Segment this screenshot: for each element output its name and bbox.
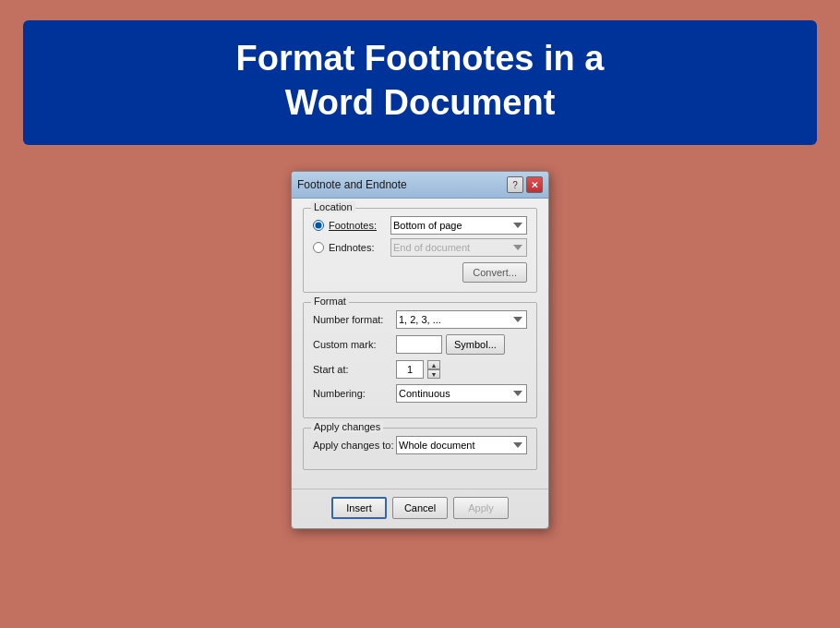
endnotes-dropdown[interactable]: End of document End of section — [390, 238, 527, 257]
dialog-title: Footnote and Endnote — [297, 178, 407, 191]
spinner-up-button[interactable]: ▲ — [427, 360, 440, 369]
apply-changes-to-label: Apply changes to: — [313, 440, 396, 451]
numbering-row: Numbering: Continuous Restart each secti… — [313, 384, 527, 403]
header-title-line1: Format Footnotes in a — [236, 39, 605, 78]
apply-changes-to-dropdown[interactable]: Whole document This section — [396, 436, 527, 454]
header-title-line2: Word Document — [285, 83, 556, 122]
dialog-title-controls: ? ✕ — [507, 176, 543, 193]
help-button[interactable]: ? — [507, 176, 523, 193]
dialog-titlebar: Footnote and Endnote ? ✕ — [292, 172, 548, 199]
endnotes-radio[interactable] — [313, 242, 324, 253]
dialog-body: Location Footnotes: Bottom of page Below… — [292, 199, 548, 489]
apply-changes-to-control: Whole document This section — [396, 436, 527, 454]
footnote-endnote-dialog: Footnote and Endnote ? ✕ Location Footno… — [291, 171, 549, 529]
start-at-spinner: ▲ ▼ — [427, 360, 440, 379]
insert-button[interactable]: Insert — [331, 497, 387, 519]
endnotes-label: Endnotes: — [329, 242, 386, 253]
header-banner: Format Footnotes in a Word Document — [23, 20, 817, 145]
endnotes-row: Endnotes: End of document End of section — [313, 238, 527, 257]
location-section-label: Location — [311, 201, 355, 212]
close-button[interactable]: ✕ — [526, 176, 543, 193]
numbering-dropdown[interactable]: Continuous Restart each section Restart … — [396, 384, 527, 403]
numbering-label: Numbering: — [313, 388, 396, 399]
apply-button[interactable]: Apply — [453, 497, 509, 519]
dialog-wrapper: Footnote and Endnote ? ✕ Location Footno… — [291, 171, 549, 529]
start-at-control: ▲ ▼ — [396, 360, 527, 379]
footnotes-label: Footnotes: — [329, 220, 386, 231]
custom-mark-label: Custom mark: — [313, 339, 396, 350]
number-format-label: Number format: — [313, 314, 396, 325]
number-format-dropdown[interactable]: 1, 2, 3, ... a, b, c, ... A, B, C, ... i… — [396, 310, 527, 329]
footnotes-row: Footnotes: Bottom of page Below text — [313, 216, 527, 235]
number-format-control: 1, 2, 3, ... a, b, c, ... A, B, C, ... i… — [396, 310, 527, 329]
format-section-label: Format — [311, 296, 349, 307]
apply-changes-label: Apply changes — [311, 421, 383, 432]
dialog-footer: Insert Cancel Apply — [292, 489, 548, 528]
apply-changes-to-row: Apply changes to: Whole document This se… — [313, 436, 527, 454]
footnotes-radio[interactable] — [313, 220, 324, 231]
start-at-label: Start at: — [313, 364, 396, 375]
number-format-row: Number format: 1, 2, 3, ... a, b, c, ...… — [313, 310, 527, 329]
custom-mark-control: Symbol... — [396, 334, 527, 355]
custom-mark-input[interactable] — [396, 335, 442, 354]
numbering-control: Continuous Restart each section Restart … — [396, 384, 527, 403]
custom-mark-row: Custom mark: Symbol... — [313, 334, 527, 355]
location-section: Location Footnotes: Bottom of page Below… — [303, 208, 537, 293]
start-at-input[interactable] — [396, 360, 424, 379]
symbol-button[interactable]: Symbol... — [446, 334, 505, 355]
cancel-button[interactable]: Cancel — [392, 497, 448, 519]
header-title: Format Footnotes in a Word Document — [51, 37, 789, 125]
footnotes-dropdown[interactable]: Bottom of page Below text — [390, 216, 527, 235]
start-at-row: Start at: ▲ ▼ — [313, 360, 527, 379]
format-section: Format Number format: 1, 2, 3, ... a, b,… — [303, 302, 537, 418]
convert-button[interactable]: Convert... — [462, 262, 527, 283]
spinner-down-button[interactable]: ▼ — [427, 369, 440, 379]
apply-changes-section: Apply changes Apply changes to: Whole do… — [303, 428, 537, 470]
